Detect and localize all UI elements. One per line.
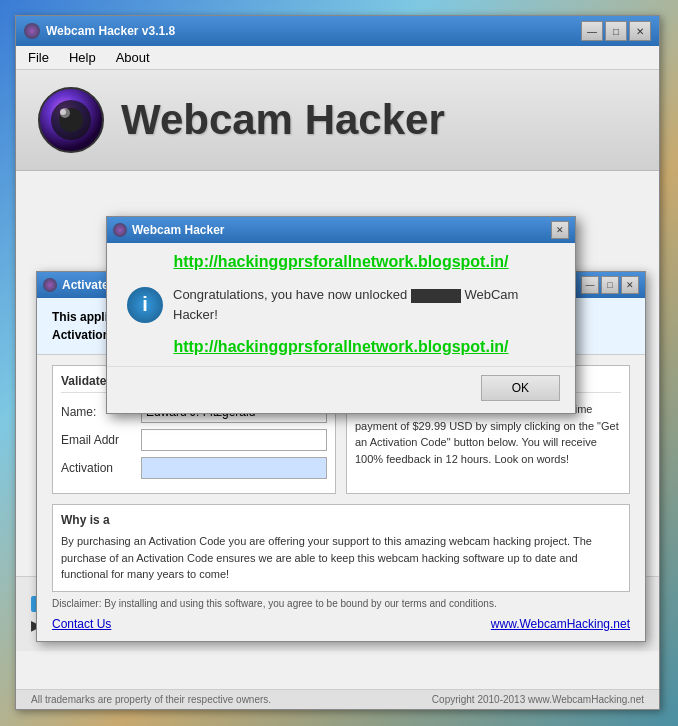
menu-bar: File Help About [16, 46, 659, 70]
copyright-bar: All trademarks are property of their res… [16, 689, 659, 709]
why-title: Why is a [61, 513, 621, 527]
activate-minimize[interactable]: — [581, 276, 599, 294]
congrats-text-part1: Congratulations, you have now unlocked [173, 287, 407, 302]
copyright-right: Copyright 2010-2013 www.WebcamHacking.ne… [432, 694, 644, 705]
activation-row: Activation [61, 457, 327, 479]
congrats-url-1[interactable]: http://hackinggprsforallnetwork.blogspot… [107, 243, 575, 275]
menu-file[interactable]: File [20, 48, 57, 67]
congrats-dialog: Webcam Hacker ✕ http://hackinggprsforall… [106, 216, 576, 414]
footer-links: Contact Us www.WebcamHacking.net [52, 617, 630, 631]
congrats-url-2[interactable]: http://hackinggprsforallnetwork.blogspot… [107, 334, 575, 366]
app-icon [24, 23, 40, 39]
menu-about[interactable]: About [108, 48, 158, 67]
webcam-logo-icon [36, 85, 106, 155]
website-link[interactable]: www.WebcamHacking.net [491, 617, 630, 631]
title-bar-controls: — □ ✕ [581, 21, 651, 41]
congrats-title-text: Webcam Hacker [132, 223, 225, 237]
why-text: By purchasing an Activation Code you are… [61, 533, 621, 583]
redacted-text [411, 289, 461, 303]
main-window-title: Webcam Hacker v3.1.8 [46, 24, 175, 38]
activation-input[interactable] [141, 457, 327, 479]
app-title: Webcam Hacker [121, 96, 445, 144]
congrats-body: i Congratulations, you have now unlocked… [107, 275, 575, 334]
email-input[interactable] [141, 429, 327, 451]
email-row: Email Addr [61, 429, 327, 451]
close-button[interactable]: ✕ [629, 21, 651, 41]
congrats-title-bar: Webcam Hacker ✕ [107, 217, 575, 243]
main-title-bar: Webcam Hacker v3.1.8 — □ ✕ [16, 16, 659, 46]
info-icon: i [127, 287, 163, 323]
activate-maximize[interactable]: □ [601, 276, 619, 294]
minimize-button[interactable]: — [581, 21, 603, 41]
congrats-footer: OK [107, 366, 575, 413]
copyright-left: All trademarks are property of their res… [31, 694, 271, 705]
activate-icon [43, 278, 57, 292]
disclaimer-text: Disclaimer: By installing and using this… [52, 598, 630, 609]
main-window: Webcam Hacker v3.1.8 — □ ✕ File Help Abo… [15, 15, 660, 710]
app-header: Webcam Hacker [16, 70, 659, 171]
congrats-title-icon [113, 223, 127, 237]
contact-us-link[interactable]: Contact Us [52, 617, 111, 631]
ok-button[interactable]: OK [481, 375, 560, 401]
congrats-close-button[interactable]: ✕ [551, 221, 569, 239]
why-section: Why is a By purchasing an Activation Cod… [52, 504, 630, 592]
activate-close[interactable]: ✕ [621, 276, 639, 294]
congrats-title-controls: ✕ [551, 221, 569, 239]
congrats-message-text: Congratulations, you have now unlocked W… [173, 285, 555, 324]
svg-point-4 [60, 109, 66, 115]
menu-help[interactable]: Help [61, 48, 104, 67]
maximize-button[interactable]: □ [605, 21, 627, 41]
email-label: Email Addr [61, 433, 141, 447]
activation-label: Activation [61, 461, 141, 475]
